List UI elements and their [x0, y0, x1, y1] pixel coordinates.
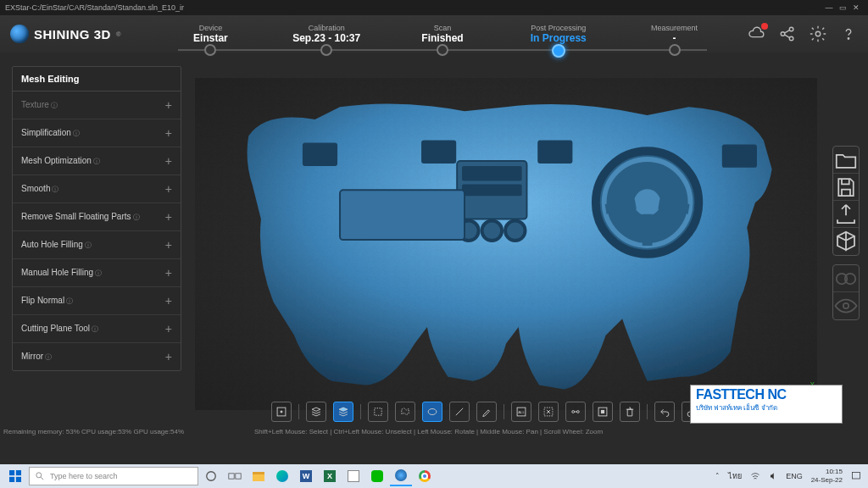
svg-rect-38 — [9, 477, 14, 482]
share-icon[interactable] — [778, 25, 797, 43]
svg-rect-44 — [853, 473, 860, 480]
open-folder-button[interactable] — [833, 147, 859, 174]
svg-point-1 — [789, 27, 793, 31]
mouse-hint: Shift+Left Mouse: Select | Ctrl+Left Mou… — [254, 428, 603, 435]
step-dot-scan[interactable] — [437, 44, 448, 56]
select-all-button[interactable]: ALL — [511, 402, 531, 422]
svg-rect-36 — [9, 470, 14, 475]
scanned-mesh — [195, 78, 817, 410]
globe-icon — [10, 25, 29, 43]
panel-row-auto-hole-filling[interactable]: Auto Hole Fillingⓘ+ — [13, 231, 181, 259]
step-post-processing[interactable]: Post ProcessingIn Progress — [500, 24, 616, 44]
panel-row-texture[interactable]: Textureⓘ+ — [13, 92, 181, 119]
watermark-overlay: FASTTECH NC บริษัท ฟาสท์เทค เอ็นซี จำกัด — [690, 385, 843, 424]
step-dot-post-processing[interactable] — [552, 44, 565, 58]
start-button[interactable] — [3, 466, 27, 486]
rect-select-button[interactable] — [368, 402, 388, 422]
panel-row-cutting-plane[interactable]: Cutting Plane Toolⓘ+ — [13, 315, 181, 343]
mesh-editing-panel: Mesh Editing Textureⓘ+ Simplificationⓘ+ … — [12, 66, 181, 371]
svg-point-40 — [36, 473, 42, 478]
exstar-taskbar-icon[interactable] — [390, 466, 412, 486]
help-icon[interactable] — [839, 25, 858, 43]
explorer-icon[interactable] — [248, 466, 270, 486]
panel-row-remove-floating[interactable]: Remove Small Floating Partsⓘ+ — [13, 203, 181, 231]
window-minimize-button[interactable]: — — [822, 3, 836, 12]
settings-icon[interactable] — [809, 25, 827, 43]
excel-icon[interactable]: X — [319, 466, 341, 486]
fit-view-button[interactable] — [271, 402, 292, 422]
chrome-icon[interactable] — [414, 466, 436, 486]
paint-tool-button[interactable] — [476, 402, 497, 422]
search-icon — [35, 471, 45, 481]
visibility-toggle-button[interactable] — [833, 292, 859, 319]
panel-row-smooth[interactable]: Smoothⓘ+ — [13, 175, 181, 203]
panel-row-simplification[interactable]: Simplificationⓘ+ — [13, 119, 181, 147]
titlebar-app: EXStar — [5, 3, 30, 12]
panel-row-mesh-optimization[interactable]: Mesh Optimizationⓘ+ — [13, 147, 181, 175]
store-icon[interactable] — [342, 466, 364, 486]
texture-toggle-button[interactable] — [833, 265, 859, 292]
svg-point-7 — [634, 189, 660, 215]
svg-point-13 — [505, 221, 526, 241]
panel-title: Mesh Editing — [13, 67, 181, 92]
svg-point-12 — [482, 221, 503, 241]
step-device[interactable]: DeviceEinstar — [153, 24, 269, 44]
lasso-select-button[interactable] — [395, 402, 415, 422]
svg-point-0 — [781, 32, 785, 36]
brush-select-button[interactable] — [422, 402, 442, 422]
tray-clock[interactable]: 10:1524-Sep-22 — [811, 468, 843, 485]
step-dot-device[interactable] — [204, 44, 216, 56]
panel-row-mirror[interactable]: Mirrorⓘ+ — [13, 343, 181, 370]
step-calibration[interactable]: CalibrationSep.23 - 10:37 — [269, 24, 385, 44]
word-icon[interactable]: W — [295, 466, 317, 486]
shading-button[interactable] — [333, 402, 353, 422]
panel-row-manual-hole-filling[interactable]: Manual Hole Fillingⓘ+ — [13, 259, 181, 287]
edge-icon[interactable] — [271, 466, 293, 486]
titlebar-path: C:/EinStar/CAR/Standan/Standan.sln_E10_i… — [32, 3, 185, 12]
memory-status: Remaining memory: 53% CPU usage:53% GPU … — [3, 428, 184, 435]
undo-button[interactable] — [654, 402, 675, 422]
panel-row-flip-normal[interactable]: Flip Normalⓘ+ — [13, 287, 181, 315]
svg-rect-24 — [375, 408, 381, 415]
cortana-icon[interactable] — [200, 466, 222, 486]
window-maximize-button[interactable]: ▭ — [836, 3, 849, 12]
line-icon[interactable] — [366, 466, 388, 486]
window-close-button[interactable]: ✕ — [849, 3, 863, 12]
svg-rect-32 — [601, 410, 604, 413]
delete-select-button[interactable] — [620, 402, 640, 422]
windows-taskbar: Type here to search W X ˄ ไทย ENG 10:152… — [0, 464, 868, 488]
svg-rect-39 — [16, 477, 21, 482]
line-tool-button[interactable] — [449, 402, 470, 422]
step-measurement[interactable]: Measurement- — [616, 24, 732, 44]
cube-view-button[interactable] — [833, 228, 859, 255]
svg-rect-10 — [462, 184, 522, 196]
layers-button[interactable] — [306, 402, 326, 422]
tray-wifi-icon[interactable] — [750, 471, 760, 481]
tray-volume-icon[interactable] — [769, 471, 777, 481]
tray-lang2[interactable]: ENG — [786, 472, 803, 480]
export-button[interactable] — [833, 201, 859, 228]
tray-chevron-icon[interactable]: ˄ — [715, 472, 720, 480]
taskbar-search[interactable]: Type here to search — [29, 467, 198, 485]
svg-point-2 — [789, 36, 793, 41]
cloud-icon[interactable] — [748, 25, 766, 43]
plus-icon: + — [165, 98, 172, 112]
clear-select-button[interactable] — [538, 402, 559, 422]
step-dot-calibration[interactable] — [320, 44, 332, 56]
step-dot-measurement[interactable] — [669, 44, 681, 56]
svg-point-23 — [281, 411, 282, 413]
viewport-toolbar: ALL — [271, 400, 702, 424]
right-toolbar — [832, 146, 860, 329]
task-view-icon[interactable] — [224, 466, 246, 486]
3d-viewport[interactable] — [195, 78, 817, 410]
connected-select-button[interactable] — [565, 402, 586, 422]
invert-select-button[interactable] — [593, 402, 613, 422]
tray-notifications-icon[interactable] — [851, 471, 861, 481]
svg-point-3 — [815, 31, 821, 36]
svg-rect-15 — [421, 141, 456, 164]
tray-lang1[interactable]: ไทย — [728, 470, 742, 482]
svg-point-30 — [576, 411, 579, 413]
step-scan[interactable]: ScanFinished — [385, 24, 501, 44]
svg-rect-9 — [462, 166, 522, 181]
save-button[interactable] — [833, 174, 859, 201]
